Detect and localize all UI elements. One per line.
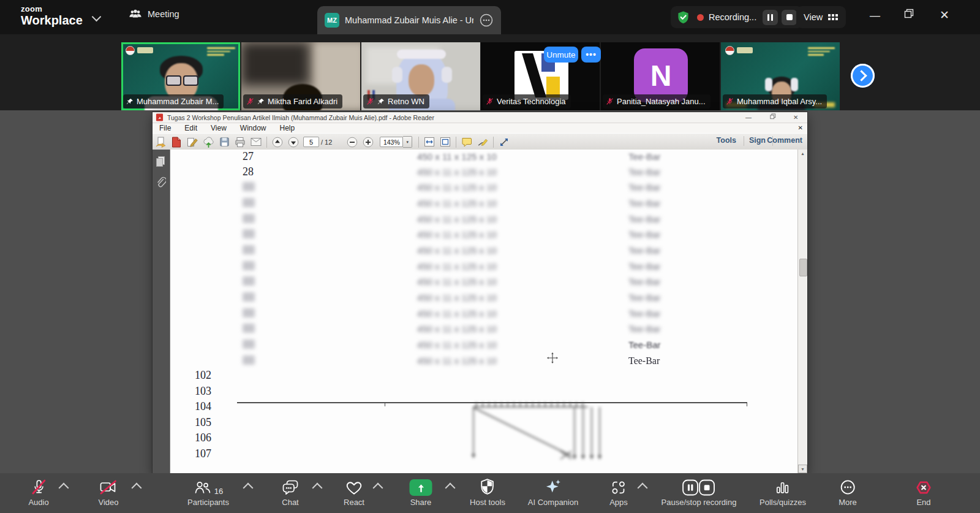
adobe-restore-icon[interactable] bbox=[770, 113, 776, 121]
recording-controls: Recording... bbox=[671, 6, 803, 28]
email-icon[interactable] bbox=[248, 135, 264, 149]
menu-window[interactable]: Window bbox=[240, 124, 266, 132]
attachments-paperclip-icon[interactable] bbox=[156, 177, 166, 190]
video-tile-natasyah[interactable]: N Panitia_Natasyah Janu... bbox=[601, 42, 720, 110]
ai-companion-button[interactable]: AI Companion bbox=[528, 473, 578, 507]
video-tile-iqbal[interactable]: Muhammad Iqbal Arsy... bbox=[721, 42, 840, 110]
logo-badge bbox=[737, 47, 753, 53]
adobe-toolbar: 5 / 12 143% ▾ bbox=[153, 133, 807, 151]
page-thumbnails-icon[interactable] bbox=[156, 156, 167, 168]
participants-icon bbox=[194, 479, 212, 496]
tab-shared-document[interactable]: MZ Muhammad Zubair Muis Alie - Ur bbox=[317, 6, 501, 34]
tab-meeting[interactable]: Meeting bbox=[129, 9, 179, 20]
view-control[interactable]: View bbox=[796, 6, 846, 28]
menu-help[interactable]: Help bbox=[280, 124, 295, 132]
zoom-in-icon[interactable] bbox=[360, 135, 376, 149]
next-participants-button[interactable] bbox=[851, 64, 875, 88]
participants-video-strip: Muhammad Zubair M... Miktha Farid Alkadr… bbox=[0, 34, 980, 110]
comment-bubble-icon[interactable] bbox=[459, 135, 475, 149]
zoom-dropdown-button[interactable]: ▾ bbox=[403, 136, 412, 148]
host-tools-label: Host tools bbox=[470, 498, 505, 507]
create-pdf-icon[interactable] bbox=[168, 135, 184, 149]
share-options-chevron[interactable] bbox=[445, 483, 456, 493]
more-button[interactable]: More bbox=[839, 473, 857, 507]
security-shield-icon[interactable] bbox=[677, 10, 690, 25]
host-tools-button[interactable]: Host tools bbox=[470, 473, 505, 507]
pdf-page[interactable]: 27 28 450 x 11 x 125 x 10Tee-Bar 450 x 1… bbox=[170, 150, 798, 473]
video-button[interactable]: Video bbox=[98, 473, 118, 507]
flag-badge bbox=[725, 46, 734, 55]
apps-options-chevron[interactable] bbox=[638, 483, 648, 493]
expand-panes-icon[interactable] bbox=[496, 135, 512, 149]
participant-more-button[interactable]: ••• bbox=[581, 47, 601, 63]
fit-width-icon[interactable] bbox=[421, 135, 437, 149]
chat-options-chevron[interactable] bbox=[312, 483, 323, 493]
sign-button[interactable]: Sign bbox=[749, 136, 766, 145]
cloud-upload-icon[interactable] bbox=[200, 135, 216, 149]
adobe-close-icon[interactable]: ✕ bbox=[793, 114, 798, 121]
tab-more-icon[interactable] bbox=[479, 13, 494, 28]
video-tile-muhammad-zubair[interactable]: Muhammad Zubair M... bbox=[121, 42, 240, 110]
heart-icon bbox=[345, 480, 363, 496]
comment-button[interactable]: Comment bbox=[767, 136, 802, 145]
chat-button[interactable]: Chat bbox=[282, 473, 300, 507]
people-icon bbox=[129, 9, 142, 20]
react-options-chevron[interactable] bbox=[373, 483, 383, 493]
move-cursor-icon bbox=[546, 352, 559, 364]
blurred-figure bbox=[469, 400, 616, 464]
toolbar-close-icon[interactable]: ✕ bbox=[798, 125, 803, 131]
manuscript-line-number: 104 bbox=[195, 400, 211, 413]
menu-edit[interactable]: Edit bbox=[184, 124, 197, 132]
polls-icon bbox=[775, 479, 791, 496]
video-tile-retno[interactable]: Retno WN bbox=[361, 42, 480, 110]
menu-file[interactable]: File bbox=[159, 124, 171, 132]
share-button[interactable]: Share bbox=[410, 473, 432, 507]
sign-stamp-icon[interactable] bbox=[475, 135, 491, 149]
scroll-down-icon[interactable]: ▾ bbox=[798, 465, 807, 473]
pause-stop-recording-button[interactable]: Pause/stop recording bbox=[662, 473, 737, 507]
print-icon[interactable] bbox=[232, 135, 248, 149]
end-meeting-button[interactable]: End bbox=[916, 473, 932, 507]
pdf-scrollbar[interactable]: ▴ ▾ bbox=[797, 150, 807, 473]
recording-dot-icon bbox=[697, 14, 704, 21]
restore-window-button[interactable] bbox=[904, 9, 914, 21]
apps-button[interactable]: Apps bbox=[609, 473, 628, 507]
scroll-up-icon[interactable]: ▴ bbox=[798, 150, 807, 158]
adobe-minimize-icon[interactable]: — bbox=[745, 114, 752, 121]
participant-name: Muhammad Zubair M... bbox=[137, 97, 219, 106]
polls-quizzes-button[interactable]: Polls/quizzes bbox=[760, 473, 806, 507]
menu-view[interactable]: View bbox=[211, 124, 227, 132]
close-window-button[interactable]: ✕ bbox=[940, 8, 949, 22]
adobe-reader-window[interactable]: Tugas 2 Workshop Penulisan Artikel Ilmia… bbox=[153, 112, 807, 473]
fit-page-icon[interactable] bbox=[437, 135, 453, 149]
save-icon[interactable] bbox=[216, 135, 232, 149]
workspace-dropdown-chevron-icon[interactable] bbox=[92, 12, 102, 22]
video-options-chevron[interactable] bbox=[132, 483, 142, 493]
participants-options-chevron[interactable] bbox=[243, 483, 254, 493]
audio-options-chevron[interactable] bbox=[59, 483, 69, 493]
scrollbar-thumb[interactable] bbox=[799, 259, 807, 276]
participant-name: Veritas Technologia bbox=[497, 97, 566, 106]
edit-document-icon[interactable] bbox=[184, 135, 200, 149]
page-number-input[interactable]: 5 bbox=[303, 137, 319, 147]
pause-recording-button[interactable] bbox=[763, 10, 778, 25]
unmute-button[interactable]: Unmute bbox=[544, 47, 578, 63]
manuscript-line-number: 103 bbox=[195, 385, 211, 398]
previous-page-icon[interactable] bbox=[270, 135, 285, 149]
video-tile-miktha[interactable]: Miktha Farid Alkadri bbox=[241, 42, 360, 110]
open-file-icon[interactable] bbox=[153, 135, 168, 149]
audio-button[interactable]: Audio bbox=[28, 473, 48, 507]
page-total-label: / 12 bbox=[321, 139, 332, 146]
ai-sparkle-icon bbox=[544, 478, 562, 496]
recording-status-label: Recording... bbox=[709, 12, 756, 22]
react-button[interactable]: React bbox=[344, 473, 364, 507]
participants-button[interactable]: 16 Participants bbox=[187, 473, 229, 507]
tools-button[interactable]: Tools bbox=[717, 136, 736, 145]
minimize-window-button[interactable]: — bbox=[870, 10, 880, 22]
manuscript-line-number: 106 bbox=[195, 431, 211, 444]
stop-recording-button[interactable] bbox=[782, 10, 797, 25]
zoom-level-input[interactable]: 143% bbox=[380, 137, 403, 147]
next-page-icon[interactable] bbox=[285, 135, 301, 149]
muted-mic-icon bbox=[486, 97, 494, 105]
zoom-out-icon[interactable] bbox=[344, 135, 360, 149]
